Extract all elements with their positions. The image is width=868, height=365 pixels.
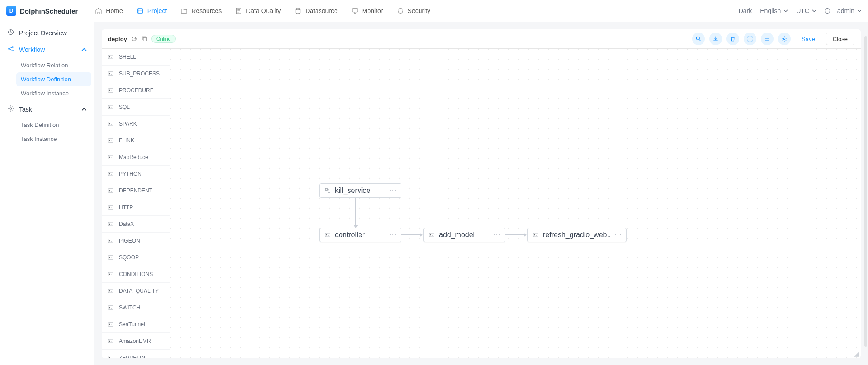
svg-point-6 — [12, 47, 14, 48]
task-palette[interactable]: SHELLSUB_PROCESSPROCEDURESQLSPARKFLINKMa… — [102, 49, 170, 358]
task-type-python[interactable]: PYTHON — [102, 166, 170, 182]
topnav-item-home[interactable]: Home — [90, 4, 128, 18]
resize-grip-icon[interactable]: ◢ — [854, 350, 859, 357]
dag-node-label: controller — [335, 231, 365, 239]
task-type-mapreduce[interactable]: MapReduce — [102, 149, 170, 166]
sidebar-item-label: Project Overview — [19, 29, 67, 37]
scrollbar[interactable] — [864, 36, 867, 347]
svg-rect-21 — [108, 222, 113, 226]
sidebar-item-workflow-definition[interactable]: Workflow Definition — [16, 72, 91, 86]
task-type-sub_process[interactable]: SUB_PROCESS — [102, 66, 170, 82]
topnav-item-monitor[interactable]: Monitor — [346, 4, 389, 18]
theme-toggle[interactable]: Dark — [739, 7, 752, 14]
sidebar-item-label: Workflow — [19, 46, 45, 53]
svg-point-8 — [10, 108, 12, 109]
panel-toolbar: deploy ⟳ ⧉ Online Save Close — [102, 29, 861, 49]
sidebar-item-task-definition[interactable]: Task Definition — [16, 118, 91, 132]
sidebar-item-task-instance[interactable]: Task Instance — [16, 132, 91, 146]
task-type-label: FLINK — [119, 137, 134, 144]
topnav-item-label: Home — [106, 7, 123, 14]
dag-canvas[interactable]: kill_service⋯controller⋯add_model⋯refres… — [170, 49, 861, 358]
task-type-switch[interactable]: SWITCH — [102, 299, 170, 316]
svg-rect-12 — [108, 72, 113, 75]
copy-icon[interactable]: ⧉ — [142, 35, 147, 43]
task-type-data_quality[interactable]: DATA_QUALITY — [102, 283, 170, 299]
topnav-item-label: Resources — [191, 7, 222, 14]
topnav-item-security[interactable]: Security — [392, 4, 436, 18]
overview-icon — [7, 28, 14, 37]
task-type-dependent[interactable]: DEPENDENT — [102, 182, 170, 199]
task-type-label: SeaTunnel — [119, 321, 145, 328]
svg-rect-35 — [326, 233, 330, 237]
dag-node-n4[interactable]: refresh_gradio_web..⋯ — [527, 228, 627, 242]
trash-icon — [730, 36, 736, 42]
task-type-spark[interactable]: SPARK — [102, 116, 170, 132]
task-type-label: PIGEON — [119, 238, 140, 244]
svg-rect-28 — [108, 339, 113, 343]
task-type-label: HTTP — [119, 204, 133, 211]
task-type-amazonemr[interactable]: AmazonEMR — [102, 333, 170, 350]
dag-node-n3[interactable]: add_model⋯ — [423, 228, 505, 242]
svg-point-5 — [9, 48, 10, 50]
download-icon — [712, 36, 719, 42]
svg-point-10 — [783, 38, 785, 40]
task-type-seatunnel[interactable]: SeaTunnel — [102, 316, 170, 333]
task-type-zeppelin[interactable]: ZEPPELIN — [102, 350, 170, 358]
user-label: admin — [837, 7, 854, 14]
svg-rect-3 — [352, 9, 358, 12]
task-type-pigeon[interactable]: PIGEON — [102, 233, 170, 249]
timezone-select[interactable]: UTC — [796, 7, 816, 14]
node-status-icon: ⋯ — [614, 231, 622, 239]
task-type-flink[interactable]: FLINK — [102, 132, 170, 149]
delete-button[interactable] — [726, 33, 739, 45]
search-button[interactable] — [692, 33, 705, 45]
task-type-label: MapReduce — [119, 154, 148, 160]
topbar-right: Dark English UTC admin — [739, 7, 862, 14]
timezone-label: UTC — [796, 7, 809, 14]
dag-node-n2[interactable]: controller⋯ — [319, 228, 401, 242]
task-type-conditions[interactable]: CONDITIONS — [102, 266, 170, 283]
topnav-item-datasource[interactable]: Datasource — [289, 4, 343, 18]
task-type-label: SHELL — [119, 54, 136, 60]
svg-rect-16 — [108, 139, 113, 142]
save-button[interactable]: Save — [795, 33, 821, 45]
db-icon — [294, 7, 302, 14]
task-type-icon — [107, 287, 114, 295]
shell-icon — [324, 231, 331, 239]
topnav-item-data-quality[interactable]: Data Quality — [230, 4, 286, 18]
dag-node-label: refresh_gradio_web.. — [543, 231, 611, 239]
node-status-icon: ⋯ — [493, 231, 500, 239]
task-type-procedure[interactable]: PROCEDURE — [102, 82, 170, 99]
sidebar-item-workflow-relation[interactable]: Workflow Relation — [16, 58, 91, 72]
topnav-item-resources[interactable]: Resources — [175, 4, 227, 18]
sidebar-item-workflow[interactable]: Workflow — [3, 42, 91, 57]
version-button[interactable] — [778, 33, 791, 45]
task-type-sql[interactable]: SQL — [102, 99, 170, 116]
sidebar-item-project-overview[interactable]: Project Overview — [3, 25, 91, 41]
dag-node-n1[interactable]: kill_service⋯ — [319, 183, 401, 198]
download-button[interactable] — [709, 33, 722, 45]
arrow-right-icon — [420, 233, 423, 237]
sidebar-item-workflow-instance[interactable]: Workflow Instance — [16, 86, 91, 100]
task-type-sqoop[interactable]: SQOOP — [102, 249, 170, 266]
task-type-http[interactable]: HTTP — [102, 199, 170, 216]
close-button[interactable]: Close — [826, 33, 854, 45]
language-select[interactable]: English — [760, 7, 788, 14]
refresh-icon[interactable]: ⟳ — [132, 35, 137, 43]
sidebar-item-task[interactable]: Task — [3, 101, 91, 117]
fullscreen-button[interactable] — [744, 33, 756, 45]
dag-node-label: kill_service — [335, 187, 370, 195]
svg-rect-20 — [108, 206, 113, 209]
task-type-label: SWITCH — [119, 304, 140, 311]
language-label: English — [760, 7, 781, 14]
quality-icon — [235, 7, 242, 14]
layout-icon — [764, 36, 770, 42]
topnav-item-project[interactable]: Project — [131, 4, 173, 18]
task-type-label: AmazonEMR — [119, 338, 151, 344]
dag-node-label: add_model — [439, 231, 475, 239]
task-type-datax[interactable]: DataX — [102, 216, 170, 233]
sidebar-item-label: Task Definition — [21, 122, 59, 128]
task-type-shell[interactable]: SHELL — [102, 49, 170, 66]
user-menu[interactable]: admin — [825, 7, 862, 14]
format-button[interactable] — [761, 33, 774, 45]
